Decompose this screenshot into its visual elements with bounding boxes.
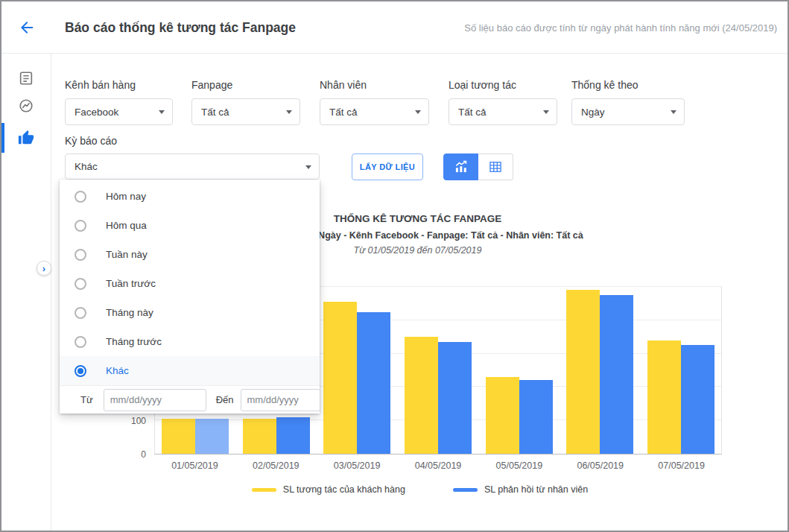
period-option-other[interactable]: Khác (60, 356, 320, 385)
bar (438, 342, 472, 454)
x-axis-label: 07/05/2019 (641, 460, 722, 471)
period-option-label: Tháng trước (106, 336, 162, 347)
x-axis-label: 04/05/2019 (398, 460, 479, 471)
sidebar-collapse-button[interactable]: › (37, 261, 51, 276)
bar (405, 337, 438, 454)
x-axis-labels: 01/05/201902/05/201903/05/201904/05/2019… (154, 460, 722, 471)
x-axis-label: 06/05/2019 (560, 460, 641, 471)
chart-view-button[interactable] (443, 153, 478, 180)
period-option-label: Hôm nay (106, 191, 146, 202)
caret-down-icon (305, 165, 311, 169)
filter-label-fanpage: Fanpage (191, 79, 232, 91)
thumb-up-icon (18, 130, 34, 146)
caret-down-icon (543, 110, 549, 114)
custom-range-row: Từ Đến (60, 385, 320, 414)
staff-select-value: Tất cả (329, 107, 358, 118)
bar-group (398, 287, 479, 454)
sidebar-item-fanpage-interaction[interactable] (17, 129, 35, 147)
bar (647, 341, 681, 454)
from-date-input[interactable] (104, 389, 206, 411)
bar-group (478, 287, 560, 454)
bar (486, 377, 519, 454)
fanpage-select-value: Tất cả (201, 107, 229, 118)
period-select-value: Khác (75, 161, 98, 172)
y-axis-label: 100 (113, 416, 146, 426)
bar-group (317, 287, 398, 454)
get-data-button[interactable]: LẤY DỮ LIỆU (352, 153, 423, 180)
period-option-label: Hôm qua (106, 220, 147, 231)
caret-down-icon (159, 110, 165, 114)
legend-item: SL tương tác của khách hàng (252, 484, 405, 495)
legend-swatch (453, 488, 478, 492)
x-axis-label: 05/05/2019 (478, 460, 560, 471)
period-option-label: Tuần này (106, 249, 148, 260)
filter-label-stat-by: Thống kê theo (571, 79, 639, 91)
period-label: Kỳ báo cáo (65, 135, 117, 147)
channel-select-value: Facebook (75, 107, 118, 118)
report-icon (18, 70, 34, 86)
bar (276, 417, 310, 454)
bar (681, 345, 714, 454)
filter-label-staff: Nhân viên (320, 79, 367, 91)
radio-icon (75, 365, 86, 377)
interaction-type-select-value: Tất cả (458, 107, 487, 118)
legend-label: SL phản hồi từ nhân viên (484, 484, 588, 495)
period-option-today[interactable]: Hôm nay (60, 182, 320, 211)
period-option-label: Tuần trước (106, 278, 156, 289)
stat-by-select-value: Ngày (581, 107, 605, 118)
staff-select[interactable]: Tất cả (320, 98, 429, 125)
topbar: Báo cáo thống kê tương tác Fanpage Số li… (1, 1, 788, 54)
interaction-type-select[interactable]: Tất cả (449, 98, 557, 125)
header-note: Số liệu báo cáo được tính từ ngày phát h… (464, 22, 777, 33)
bar-group (640, 287, 721, 454)
radio-icon (75, 307, 86, 319)
bar (566, 290, 600, 454)
caret-down-icon (415, 110, 421, 114)
period-option-label: Tháng này (106, 307, 153, 318)
from-label: Từ (80, 394, 93, 405)
sidebar-item-messenger[interactable] (17, 97, 35, 115)
period-option-yesterday[interactable]: Hôm qua (60, 211, 320, 240)
bar (162, 419, 195, 454)
period-option-this-week[interactable]: Tuần này (60, 240, 320, 269)
period-option-label: Khác (106, 365, 129, 376)
period-dropdown-menu: Hôm nay Hôm qua Tuần này Tuần trước Thán… (60, 180, 320, 414)
chart-legend: SL tương tác của khách hàng SL phản hồi … (52, 484, 788, 495)
bar (243, 419, 276, 454)
period-option-last-month[interactable]: Tháng trước (60, 327, 320, 356)
fanpage-select[interactable]: Tất cả (191, 98, 300, 125)
radio-icon (75, 278, 86, 290)
bar (195, 419, 229, 454)
period-option-last-week[interactable]: Tuần trước (60, 269, 320, 298)
period-option-this-month[interactable]: Tháng này (60, 298, 320, 327)
to-date-input[interactable] (241, 389, 320, 411)
sidebar-item-report[interactable] (17, 69, 35, 87)
channel-select[interactable]: Facebook (65, 98, 173, 125)
x-axis-label: 02/05/2019 (235, 460, 317, 471)
legend-label: SL tương tác của khách hàng (283, 484, 405, 495)
view-toggle (443, 153, 513, 180)
arrow-left-icon (18, 19, 36, 37)
chevron-right-icon: › (42, 263, 45, 274)
radio-icon (75, 336, 86, 348)
y-axis-label: 0 (113, 449, 146, 460)
active-indicator (1, 123, 4, 153)
filter-label-channel: Kênh bán hàng (65, 79, 136, 91)
radio-icon (75, 191, 86, 203)
x-axis-label: 03/05/2019 (317, 460, 398, 471)
table-view-button[interactable] (478, 153, 513, 180)
app-window: Báo cáo thống kê tương tác Fanpage Số li… (0, 0, 789, 532)
caret-down-icon (286, 110, 292, 114)
table-icon (488, 159, 503, 174)
bar-chart-icon (454, 159, 469, 174)
radio-icon (75, 249, 86, 261)
legend-item: SL phản hồi từ nhân viên (453, 484, 588, 495)
x-axis-label: 01/05/2019 (154, 460, 235, 471)
bar-group (560, 287, 641, 454)
stat-by-select[interactable]: Ngày (571, 98, 685, 125)
filter-label-interaction-type: Loại tương tác (449, 79, 516, 91)
bar (519, 380, 553, 454)
back-button[interactable] (16, 18, 37, 39)
period-select[interactable]: Khác (65, 153, 320, 180)
messenger-icon (18, 98, 34, 114)
